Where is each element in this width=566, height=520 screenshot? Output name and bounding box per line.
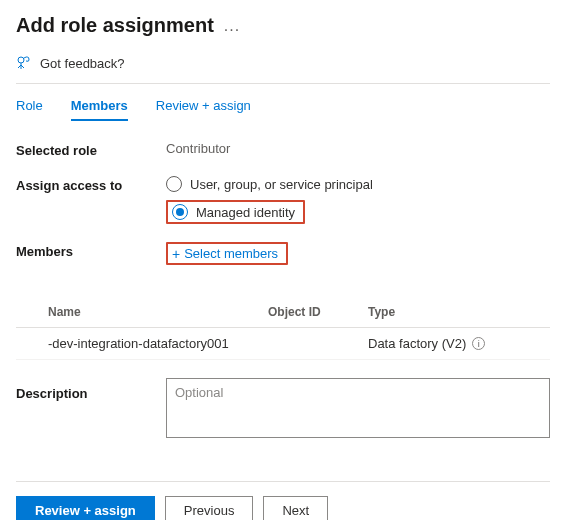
tab-members[interactable]: Members bbox=[71, 98, 128, 121]
radio-icon bbox=[166, 176, 182, 192]
table-row[interactable]: -dev-integration-datafactory001 Data fac… bbox=[16, 328, 550, 360]
next-button[interactable]: Next bbox=[263, 496, 328, 520]
more-icon[interactable]: ... bbox=[224, 18, 240, 34]
footer: Review + assign Previous Next bbox=[16, 481, 550, 520]
col-object-id: Object ID bbox=[268, 305, 368, 319]
svg-point-0 bbox=[18, 57, 24, 63]
select-members-label: Select members bbox=[184, 246, 278, 261]
value-selected-role: Contributor bbox=[166, 141, 550, 156]
radio-option-user-group[interactable]: User, group, or service principal bbox=[166, 176, 550, 192]
col-type: Type bbox=[368, 305, 546, 319]
highlight-select-members: + Select members bbox=[166, 242, 288, 265]
highlight-managed-identity: Managed identity bbox=[166, 200, 305, 224]
description-input[interactable] bbox=[166, 378, 550, 438]
review-assign-button[interactable]: Review + assign bbox=[16, 496, 155, 520]
page-title: Add role assignment bbox=[16, 14, 214, 37]
radio-icon-checked bbox=[172, 204, 188, 220]
divider bbox=[16, 83, 550, 84]
plus-icon: + bbox=[172, 247, 180, 261]
previous-button[interactable]: Previous bbox=[165, 496, 254, 520]
tab-review[interactable]: Review + assign bbox=[156, 98, 251, 121]
tabs: Role Members Review + assign bbox=[16, 98, 550, 121]
select-members-link[interactable]: + Select members bbox=[172, 246, 278, 261]
feedback-label: Got feedback? bbox=[40, 56, 125, 71]
label-assign-access: Assign access to bbox=[16, 176, 166, 193]
info-icon[interactable]: i bbox=[472, 337, 485, 350]
tab-role[interactable]: Role bbox=[16, 98, 43, 121]
radio-option-managed-identity[interactable]: Managed identity bbox=[172, 204, 295, 220]
radio-label: Managed identity bbox=[196, 205, 295, 220]
radio-label: User, group, or service principal bbox=[190, 177, 373, 192]
members-table: Name Object ID Type -dev-integration-dat… bbox=[16, 297, 550, 360]
cell-type: Data factory (V2) bbox=[368, 336, 466, 351]
col-name: Name bbox=[48, 305, 268, 319]
feedback-link[interactable]: Got feedback? bbox=[16, 55, 550, 83]
label-selected-role: Selected role bbox=[16, 141, 166, 158]
feedback-icon bbox=[16, 55, 32, 71]
label-description: Description bbox=[16, 378, 166, 401]
label-members: Members bbox=[16, 242, 166, 259]
cell-name: -dev-integration-datafactory001 bbox=[48, 336, 268, 351]
